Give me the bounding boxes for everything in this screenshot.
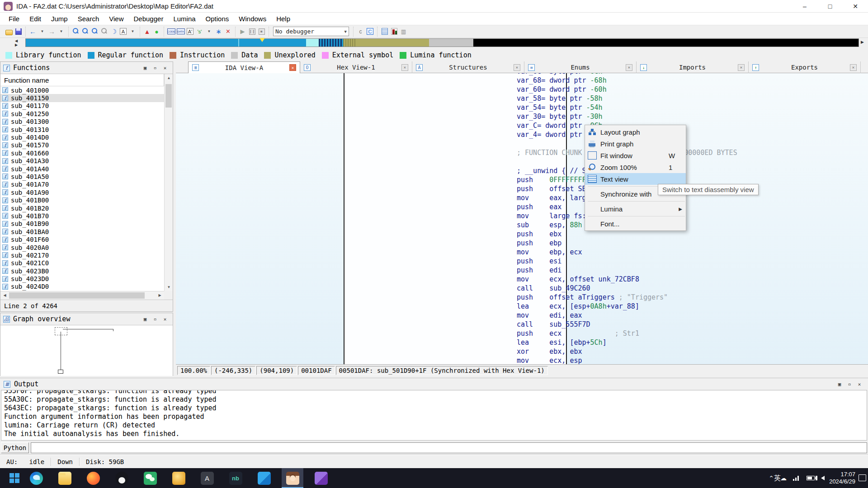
save-icon[interactable] — [14, 27, 23, 36]
back-icon[interactable]: ← — [28, 27, 37, 36]
debugger-attach-icon[interactable]: c — [356, 27, 365, 36]
output-log[interactable]: 555F0F: propagate_stkargs: function is a… — [1, 390, 867, 441]
forward-icon[interactable]: → — [47, 27, 56, 36]
tab-close-icon[interactable]: ✕ — [738, 64, 745, 71]
function-row[interactable]: fsub_402170 — [0, 251, 164, 259]
open-file-icon[interactable] — [5, 27, 13, 36]
menu-item-lumina[interactable]: Lumina▶ — [585, 203, 686, 215]
function-row[interactable]: fsub_401B00 — [0, 196, 164, 204]
overview-close-button[interactable]: ✕ — [160, 316, 170, 322]
file-explorer-taskbar-button[interactable] — [54, 468, 75, 488]
function-row[interactable]: fsub_4014D0 — [0, 133, 164, 141]
vscode-taskbar-button[interactable] — [253, 468, 275, 488]
firefox-taskbar-button[interactable] — [82, 468, 104, 488]
make-string-icon[interactable]: 's' — [195, 27, 204, 36]
debugger-setup-icon[interactable]: C — [366, 27, 374, 36]
tab-close-icon[interactable]: ✕ — [514, 64, 520, 71]
overview-view-rect[interactable] — [55, 327, 67, 335]
dark-app-taskbar-button[interactable]: A — [196, 468, 218, 488]
tab-structures[interactable]: AStructures✕ — [412, 61, 524, 73]
debug-start-icon[interactable]: ▶ — [238, 27, 247, 36]
input-language-indicator[interactable]: 英 — [774, 468, 781, 488]
forward-dropdown-icon[interactable]: ▼ — [57, 27, 66, 36]
graph-overview-thumbnail[interactable] — [0, 325, 173, 376]
function-row[interactable]: fsub_401BA0 — [0, 228, 164, 235]
menu-item-edit[interactable]: Edit — [24, 13, 46, 24]
band-scroll-left-icon[interactable]: ◀▶ — [13, 39, 20, 47]
menu-item-windows[interactable]: Windows — [234, 13, 271, 24]
menu-item-jump[interactable]: Jump — [46, 13, 73, 24]
debug-stop-icon[interactable]: ■ — [257, 27, 266, 36]
menu-item-debugger[interactable]: Debugger — [129, 13, 169, 24]
tab-exports[interactable]: ↑Exports✕ — [749, 61, 861, 73]
output-close-button[interactable]: ✕ — [854, 381, 864, 387]
problems-icon[interactable]: ▲ — [143, 27, 151, 36]
tab-enums[interactable]: ≡Enums✕ — [524, 61, 637, 73]
function-row[interactable]: fsub_401570 — [0, 141, 164, 149]
search-immediate-icon[interactable] — [71, 27, 80, 36]
scroll-right-icon[interactable]: ▶ — [156, 291, 164, 299]
onedrive-cloud-icon[interactable]: ☁ — [780, 474, 787, 482]
function-row[interactable]: fsub_401310 — [0, 126, 164, 133]
output-float-button[interactable]: ▫ — [844, 381, 854, 387]
search-binary-icon[interactable] — [90, 27, 99, 36]
navigation-band[interactable] — [25, 38, 859, 47]
menu-item-fit-window[interactable]: Fit windowW — [585, 150, 686, 161]
python-selector-button[interactable]: Python — [1, 442, 29, 453]
make-data-icon[interactable]: DATA — [176, 27, 185, 36]
scroll-left-icon[interactable]: ◀ — [0, 291, 9, 299]
graph-overview-titlebar[interactable]: 品 Graph overview ▣ ▫ ✕ — [0, 313, 173, 325]
menu-item-font-[interactable]: Font... — [585, 218, 686, 230]
function-row[interactable]: fsub_401B70 — [0, 212, 164, 220]
function-list-hscrollbar[interactable]: ◀ ▶ — [0, 291, 164, 300]
debugger-select[interactable]: No debugger▼ — [273, 27, 349, 36]
tab-close-icon[interactable]: ✕ — [401, 64, 408, 71]
ascii-string-icon[interactable]: A — [119, 27, 127, 36]
menu-item-layout-graph[interactable]: Layout graph — [585, 126, 686, 138]
undefine-icon[interactable]: ✕ — [224, 27, 232, 36]
debug-pause-icon[interactable]: ❙❙ — [248, 27, 256, 36]
menu-item-file[interactable]: File — [4, 13, 24, 24]
function-row[interactable]: fsub_401F60 — [0, 235, 164, 243]
output-titlebar[interactable]: ≣ Output ▣ ▫ ✕ — [0, 378, 868, 390]
output-restore-button[interactable]: ▣ — [835, 381, 844, 387]
script-snippets-icon[interactable] — [380, 27, 389, 36]
function-row[interactable]: fsub_4021C0 — [0, 259, 164, 267]
function-row[interactable]: fsub_401660 — [0, 149, 164, 157]
hscroll-thumb[interactable] — [9, 292, 145, 299]
tab-imports[interactable]: ↓Imports✕ — [637, 61, 749, 73]
tab-hex-view-1[interactable]: OHex View-1✕ — [300, 61, 412, 73]
function-row[interactable]: fsub_4023B0 — [0, 267, 164, 275]
function-row[interactable]: fsub_401300 — [0, 118, 164, 126]
start-button[interactable] — [4, 468, 25, 488]
menu-item-lumina[interactable]: Lumina — [168, 13, 200, 24]
vscode-insiders-taskbar-button[interactable] — [310, 468, 332, 488]
functions-restore-button[interactable]: ▣ — [140, 65, 150, 71]
battery-icon[interactable] — [807, 476, 815, 480]
function-row[interactable]: fsub_401000 — [0, 86, 164, 94]
tab-close-icon[interactable]: ✕ — [289, 64, 296, 71]
band-scroll-right-icon[interactable]: ▶ — [861, 40, 864, 44]
analysis-status-icon[interactable]: ● — [152, 27, 161, 36]
menu-item-view[interactable]: View — [104, 13, 128, 24]
function-row[interactable]: fsub_401A30 — [0, 157, 164, 165]
taskbar-clock[interactable]: 17:07 2024/6/29 — [829, 468, 855, 488]
ida-view-a-graph[interactable]: var_6C= byte ptr -6Chvar_68= dword ptr -… — [176, 73, 868, 364]
overview-float-button[interactable]: ▫ — [150, 316, 160, 322]
scroll-up-icon[interactable]: ▲ — [165, 74, 173, 82]
menu-item-zoom-100-[interactable]: Zoom 100%1 — [585, 161, 686, 173]
function-row[interactable]: fsub_401170 — [0, 102, 164, 110]
overview-restore-button[interactable]: ▣ — [140, 316, 150, 322]
functions-float-button[interactable]: ▫ — [150, 65, 160, 71]
volume-icon[interactable] — [821, 476, 825, 480]
vscroll-thumb[interactable] — [165, 84, 172, 108]
nb-app-taskbar-button[interactable]: nb — [225, 468, 246, 488]
tab-ida-view-a[interactable]: ≣IDA View-A✕ — [188, 61, 300, 73]
edge-taskbar-button[interactable] — [25, 468, 47, 488]
functions-panel-titlebar[interactable]: f Functions ▣ ▫ ✕ — [0, 62, 173, 74]
ascii-dropdown-icon[interactable]: ▼ — [128, 27, 137, 36]
ida-taskbar-button[interactable] — [282, 468, 303, 488]
function-row[interactable]: fsub_401B90 — [0, 220, 164, 228]
tab-close-icon[interactable]: ✕ — [626, 64, 632, 71]
network-icon[interactable] — [793, 475, 800, 481]
